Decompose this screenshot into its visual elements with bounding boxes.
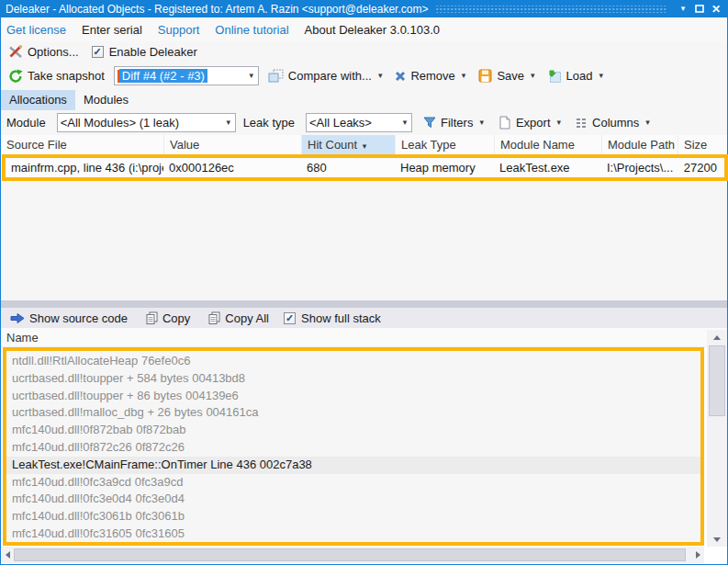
filters-button[interactable]: Filters ▾ — [420, 114, 487, 131]
leak-type-filter-label: Leak type — [243, 116, 295, 130]
compare-with-label: Compare with... — [288, 69, 372, 83]
scroll-up-button[interactable] — [707, 332, 727, 343]
chevron-down-icon: ▾ — [645, 119, 650, 127]
cell-hit-count: 680 — [301, 161, 395, 175]
cell-size: 27200 — [678, 161, 722, 175]
stack-frame[interactable]: mfc140ud.dll!0fc3a9cd 0fc3a9cd — [6, 474, 700, 492]
copy-button[interactable]: Copy — [142, 310, 194, 327]
chevron-down-icon: ▾ — [378, 72, 383, 80]
column-header-source-file[interactable]: Source File — [1, 135, 164, 154]
menu-item-enter-serial[interactable]: Enter serial — [82, 23, 142, 37]
horizontal-scrollbar-thumb[interactable] — [14, 548, 686, 561]
column-header-size[interactable]: Size — [678, 135, 728, 154]
stack-frame[interactable]: ntdll.dll!RtlAllocateHeap 76efe0c6 — [6, 353, 700, 370]
stack-frame[interactable]: mfc140ud.dll!0fc3061b 0fc3061b — [6, 508, 700, 525]
scroll-left-button[interactable] — [3, 547, 13, 563]
compare-with-button[interactable]: Compare with... ▾ — [264, 67, 386, 85]
save-icon — [478, 69, 492, 83]
copy-all-icon — [208, 311, 220, 324]
window-menu-button[interactable]: ▾ — [675, 2, 691, 16]
column-header-hit-count[interactable]: Hit Count ▾ — [302, 135, 396, 154]
column-header-module-name[interactable]: Module Name — [495, 135, 602, 154]
tab-allocations[interactable]: Allocations — [1, 90, 75, 110]
show-full-stack-checkbox[interactable]: ✓ Show full stack — [284, 311, 381, 325]
maximize-button[interactable] — [691, 2, 708, 16]
column-header-leak-type[interactable]: Leak Type — [396, 135, 495, 154]
options-button[interactable]: Options... — [5, 43, 83, 61]
leak-type-combobox[interactable]: <All Leaks> ▾ — [306, 113, 412, 132]
compare-icon — [268, 69, 284, 83]
vertical-scrollbar[interactable] — [707, 330, 727, 547]
menu-bar: Get license Enter serial Support Online … — [1, 17, 727, 41]
menu-item-about[interactable]: About Deleaker 3.0.103.0 — [305, 23, 440, 37]
stack-frame[interactable]: ucrtbased.dll!malloc_dbg + 26 bytes 0041… — [6, 404, 700, 422]
stack-frame-current[interactable]: LeakTest.exe!CMainFrame::OnTimer Line 43… — [6, 457, 700, 474]
copy-all-button[interactable]: Copy All — [205, 310, 273, 327]
window-title: Deleaker - Allocated Objects - Registere… — [6, 3, 428, 16]
load-label: Load — [566, 69, 593, 83]
options-icon — [8, 45, 23, 59]
module-filter-combobox[interactable]: <All Modules> (1 leak) ▾ — [57, 113, 236, 132]
snapshot-combobox-value: Diff #4 (#2 - #3) — [115, 67, 243, 85]
remove-label: Remove — [410, 69, 454, 83]
checkbox-box: ✓ — [92, 46, 104, 58]
table-row[interactable]: mainfrm.cpp, line 436 (i:\proje... 0x000… — [2, 154, 728, 181]
scroll-right-button[interactable] — [693, 547, 703, 563]
remove-icon — [395, 71, 406, 82]
stack-toolbar: Show source code Copy Copy All ✓ Show fu… — [1, 308, 727, 328]
module-filter-label: Module — [6, 116, 46, 130]
module-filter-arrow[interactable]: ▾ — [220, 114, 235, 131]
chevron-down-icon: ▾ — [557, 119, 562, 127]
export-button[interactable]: Export ▾ — [495, 114, 565, 131]
cell-value: 0x000126ec — [163, 161, 301, 175]
columns-label: Columns — [592, 116, 639, 130]
triangle-down-icon — [713, 537, 721, 542]
triangle-up-icon — [713, 335, 721, 340]
leak-type-arrow[interactable]: ▾ — [397, 114, 411, 131]
allocations-table-header: Source File Value Hit Count ▾ Leak Type … — [1, 135, 727, 154]
snapshot-combobox-arrow[interactable]: ▾ — [243, 67, 258, 85]
stack-frame[interactable]: mfc140ud.dll!0fc3e0d4 0fc3e0d4 — [6, 491, 700, 508]
stack-frame[interactable]: mfc140ud.dll!0f872bab 0f872bab — [6, 422, 700, 439]
titlebar-grip-pattern — [435, 6, 667, 13]
stack-frame[interactable]: mfc140ud.dll!0f872c26 0f872c26 — [6, 439, 700, 457]
save-button[interactable]: Save ▾ — [475, 67, 538, 85]
triangle-right-icon — [696, 551, 700, 559]
chevron-down-icon: ▾ — [531, 72, 535, 80]
options-button-label: Options... — [28, 45, 79, 59]
enable-deleaker-checkbox[interactable]: ✓ Enable Deleaker — [92, 45, 197, 59]
filters-label: Filters — [441, 116, 473, 130]
stack-column-header-name[interactable]: Name — [1, 328, 727, 347]
menu-item-online-tutorial[interactable]: Online tutorial — [215, 23, 288, 37]
stack-frame[interactable]: mfc140ud.dll!0fc31605 0fc31605 — [6, 525, 700, 543]
load-button[interactable]: Load ▾ — [544, 67, 607, 85]
remove-button[interactable]: Remove ▾ — [391, 67, 469, 85]
chevron-down-icon: ▾ — [599, 72, 603, 80]
cell-source-file: mainfrm.cpp, line 436 (i:\proje... — [6, 161, 163, 175]
stack-frame[interactable]: ucrtbased.dll!toupper + 584 bytes 00413b… — [6, 370, 700, 388]
menu-item-get-license[interactable]: Get license — [6, 23, 66, 37]
column-header-module-path[interactable]: Module Path — [602, 135, 678, 154]
horizontal-scrollbar[interactable] — [2, 547, 704, 563]
snapshot-combobox[interactable]: Diff #4 (#2 - #3) ▾ — [114, 66, 259, 85]
sort-descending-icon: ▾ — [363, 141, 367, 151]
checkmark-icon: ✓ — [94, 47, 102, 57]
menu-item-support[interactable]: Support — [158, 23, 200, 37]
columns-button[interactable]: Columns ▾ — [572, 114, 654, 131]
checkbox-box: ✓ — [284, 312, 296, 324]
take-snapshot-button[interactable]: Take snapshot — [5, 67, 108, 85]
close-button[interactable]: ✕ — [708, 2, 724, 16]
app-window: Deleaker - Allocated Objects - Registere… — [0, 0, 728, 565]
pane-splitter[interactable] — [1, 300, 727, 308]
column-header-value[interactable]: Value — [164, 135, 302, 154]
show-source-code-button[interactable]: Show source code — [6, 310, 131, 327]
close-icon: ✕ — [711, 4, 721, 15]
vertical-scrollbar-thumb[interactable] — [709, 345, 725, 416]
scroll-down-button[interactable] — [707, 534, 727, 545]
enable-deleaker-label: Enable Deleaker — [109, 45, 197, 59]
stack-frame[interactable]: ucrtbased.dll!toupper + 86 bytes 004139e… — [6, 388, 700, 405]
export-label: Export — [516, 116, 551, 130]
take-snapshot-label: Take snapshot — [28, 69, 105, 83]
tab-modules[interactable]: Modules — [75, 90, 137, 110]
chevron-down-icon: ▾ — [226, 119, 230, 127]
